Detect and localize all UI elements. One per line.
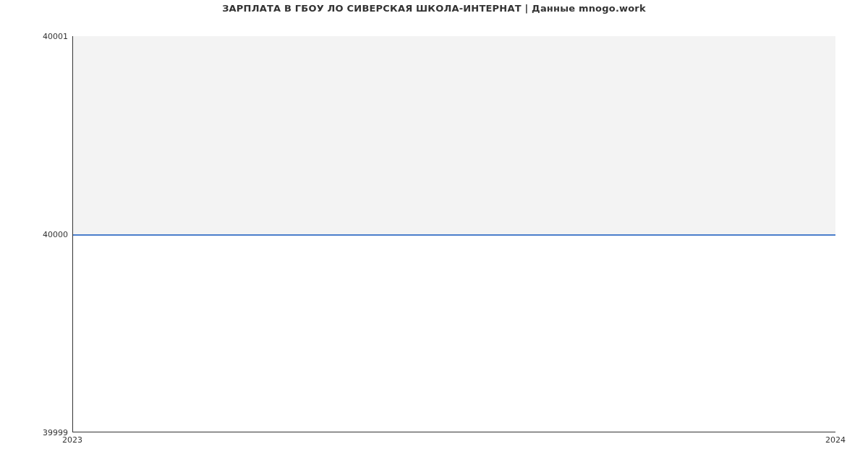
- x-tick-label: 2024: [825, 435, 846, 445]
- y-tick-label: 40000: [3, 230, 68, 239]
- salary-chart: ЗАРПЛАТА В ГБОУ ЛО СИВЕРСКАЯ ШКОЛА-ИНТЕР…: [0, 0, 868, 470]
- chart-title: ЗАРПЛАТА В ГБОУ ЛО СИВЕРСКАЯ ШКОЛА-ИНТЕР…: [0, 3, 868, 14]
- plot-background-upper: [73, 36, 835, 234]
- salary-line: [73, 234, 835, 236]
- y-tick-label: 40001: [3, 32, 68, 41]
- y-tick-label: 39999: [3, 428, 68, 437]
- x-tick-label: 2023: [62, 435, 82, 445]
- plot-area: [72, 36, 835, 432]
